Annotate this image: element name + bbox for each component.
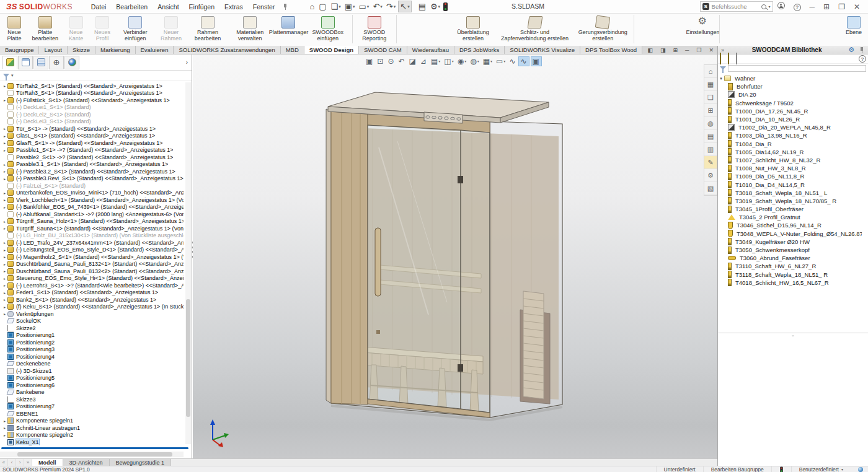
expand-arrow-icon[interactable]: ▸ xyxy=(2,191,7,195)
feature-tree-item[interactable]: Positionierung6 xyxy=(0,382,184,389)
task-pane-button[interactable]: ✎ xyxy=(704,156,717,169)
collapse-arrow-icon[interactable]: ▾ xyxy=(718,76,724,81)
dropdown-caret-icon[interactable]: ▾ xyxy=(339,4,341,9)
traffic-light-status[interactable] xyxy=(771,466,791,472)
feature-tree-item[interactable]: Bankebene xyxy=(0,389,184,396)
tab-property-manager[interactable] xyxy=(18,56,33,69)
task-pane-button[interactable]: ◍ xyxy=(704,117,717,130)
tab-nav-button[interactable]: « xyxy=(0,459,8,466)
dropdown-caret-icon[interactable]: ▾ xyxy=(438,4,441,9)
tool-item[interactable]: T1001_DIA_10_NL26_R xyxy=(718,115,862,123)
expand-arrow-icon[interactable]: ▸ xyxy=(2,269,7,273)
quick-access-button[interactable]: ▢ xyxy=(317,1,328,12)
doc-window-button[interactable]: ─ xyxy=(681,47,693,53)
tool-item[interactable]: T1010_Dia_D4_NL14,5_R xyxy=(718,180,862,188)
feature-tree-item[interactable]: (-) DeckLei3_S<1> (Standard) xyxy=(0,118,184,126)
command-tab[interactable]: Skizze xyxy=(68,46,95,54)
tool-item[interactable]: T3046_Stichel_D15,96_NL14_R xyxy=(718,221,862,229)
feature-tree-item[interactable]: Positionierung1 xyxy=(0,332,184,339)
feature-tree-item[interactable]: TürRah3_S<1> (Standard) <<Standard>_Anze… xyxy=(0,90,184,97)
ribbon-button[interactable]: Schlitz- und Zapfenverbindung erstellen xyxy=(495,15,574,43)
command-tab[interactable]: MBD xyxy=(281,46,304,54)
expand-arrow-icon[interactable]: ▸ xyxy=(2,219,7,224)
heads-up-button[interactable]: ◪ xyxy=(408,56,418,66)
task-pane-button[interactable]: ❏ xyxy=(704,91,717,104)
search-icon[interactable] xyxy=(761,4,766,9)
ribbon-button[interactable] xyxy=(719,15,720,43)
dropdown-caret-icon[interactable]: ▾ xyxy=(452,59,454,63)
expand-arrow-icon[interactable]: ▸ xyxy=(2,305,7,309)
expand-arrow-icon[interactable]: ▸ xyxy=(2,198,7,202)
heads-up-button[interactable]: ◉ ▾ xyxy=(456,56,468,66)
quick-access-button[interactable]: ▣ ▾ xyxy=(343,1,356,12)
feature-tree-item[interactable]: ▸ Schnitt-Linear austragen1 xyxy=(0,424,184,432)
tool-item[interactable]: T1002_Dia_20_WEPLA_NL45,8_R xyxy=(718,123,862,131)
ribbon-button[interactable]: Platte bearbeiten xyxy=(27,15,63,43)
tool-item[interactable]: T4018_Schlicht_HW_16,5_NL67_R xyxy=(718,279,862,287)
expand-arrow-icon[interactable]: ▸ xyxy=(2,169,7,173)
heads-up-button[interactable]: ▤ ▾ xyxy=(430,56,441,66)
feature-tree-item[interactable]: ▸ Tür_S<1> -> (Standard) <<Standard>_Anz… xyxy=(0,125,184,133)
feature-tree-item[interactable]: (-) FalzLei_S<1> (Standard) xyxy=(0,182,184,190)
feature-tree-item[interactable]: ▸ Türgriff_Sauna<1> (Standard) <<Standar… xyxy=(0,225,184,232)
library-help-icon[interactable]: ? xyxy=(859,55,866,63)
expand-arrow-icon[interactable]: ▸ xyxy=(2,312,7,316)
filter-funnel-icon[interactable] xyxy=(720,66,726,70)
tab-configuration-manager[interactable] xyxy=(33,56,48,69)
command-tab[interactable]: Markierung xyxy=(95,46,136,54)
dropdown-caret-icon[interactable]: ▾ xyxy=(407,4,410,9)
expand-arrow-icon[interactable]: ▸ xyxy=(2,426,7,430)
task-pane-button[interactable]: ⌂ xyxy=(704,65,717,78)
feature-tree-item[interactable]: ▸ Duschtürband_Sauna_Pauli_8132<1> (Stan… xyxy=(0,261,184,268)
login-button[interactable] xyxy=(773,1,789,12)
expand-arrow-icon[interactable]: ▸ xyxy=(2,98,7,102)
tool-item[interactable]: T3045_1Profil_Oberfräser xyxy=(718,205,862,213)
command-tab[interactable]: Layout xyxy=(39,46,68,54)
panel-splitter[interactable]: ⌄ xyxy=(718,333,868,338)
command-tab[interactable]: SWOOD Design xyxy=(304,46,359,54)
command-tab[interactable]: SOLIDWORKS Zusatzanwendungen xyxy=(174,46,280,54)
quick-access-button[interactable]: ↷ ▾ xyxy=(385,1,397,12)
feature-tree-item[interactable]: ▸ Komponente spiegeln1 xyxy=(0,417,184,425)
feature-tree-item[interactable]: Keku_X1 xyxy=(0,439,184,445)
panel-flyout-arrow[interactable]: › xyxy=(186,59,188,66)
heads-up-button[interactable]: ∿ xyxy=(508,56,517,66)
tool-item[interactable]: T3019_Schaft_Wepla_18_NL70/85_ R xyxy=(718,197,862,205)
ribbon-button[interactable]: Neuer Rahmen xyxy=(155,15,187,43)
command-tab[interactable]: Evaluieren xyxy=(136,46,174,54)
expand-arrow-icon[interactable]: ▸ xyxy=(2,291,7,295)
quick-access-button[interactable]: ↖ ▾ xyxy=(398,1,411,12)
tool-item[interactable]: T3110_Schaft_HW_6_NL27_R xyxy=(718,262,862,270)
expand-arrow-icon[interactable]: ▸ xyxy=(2,162,7,167)
feature-tree-item[interactable]: ▸ GlasR_S<1> -> (Standard) <<Standard>_A… xyxy=(0,139,184,147)
tool-item[interactable]: T3118_Schaft_Wepla_18_NL51_ R xyxy=(718,271,862,279)
dropdown-caret-icon[interactable]: ▾ xyxy=(380,4,383,9)
heads-up-button[interactable]: ▣ xyxy=(365,56,374,66)
feature-tree-item[interactable]: ▸ (-) Passble3.2_S<1> (Standard) <<Stand… xyxy=(0,168,184,175)
command-tab[interactable]: Baugruppe xyxy=(0,46,39,54)
command-tab[interactable]: Wiederaufbau xyxy=(407,46,454,54)
heads-up-button[interactable]: ∿ xyxy=(518,56,529,66)
library-filter-input[interactable] xyxy=(728,65,866,72)
heads-up-button[interactable]: ◍ ▾ xyxy=(469,56,480,66)
expand-arrow-icon[interactable]: ▸ xyxy=(2,248,7,252)
ribbon-button[interactable]: Neue Platte xyxy=(1,15,27,43)
tab-feature-manager[interactable] xyxy=(2,56,17,69)
tool-item[interactable]: Schwenksäge / T9502 xyxy=(718,99,862,107)
feature-tree-item[interactable]: Passble2_S<1> ->? (Standard) <<Standard>… xyxy=(0,154,184,161)
command-tab[interactable]: SWOOD CAM xyxy=(359,46,407,54)
feature-tree-item[interactable]: Positionierung5 xyxy=(0,375,184,382)
feature-tree-item[interactable]: (-) 3D-Skizze1 xyxy=(0,367,184,375)
menu-item[interactable]: Einfügen xyxy=(184,1,219,12)
tool-item[interactable]: T3060_Abrund_Fasefräser xyxy=(718,254,862,262)
tool-item[interactable]: T1009_Dia_D5_NL11,8_R xyxy=(718,172,862,180)
heads-up-button[interactable]: ⊿ xyxy=(419,56,428,66)
feature-tree-item[interactable]: (-) LG_Holz_BU_315x130<1> (Standard) (Vo… xyxy=(0,232,184,240)
tab-display-manager[interactable] xyxy=(64,56,79,69)
units-caret-icon[interactable]: ▾ xyxy=(839,467,846,471)
ribbon-button[interactable]: Neues Profil xyxy=(89,15,116,43)
menu-item[interactable]: Ansicht xyxy=(153,1,184,12)
feature-tree-item[interactable]: ▸ Passble1_S<1> ->? (Standard) <<Standar… xyxy=(0,147,184,154)
quick-access-button[interactable]: ↶ ▾ xyxy=(371,1,383,12)
expand-arrow-icon[interactable]: ▸ xyxy=(2,419,7,423)
